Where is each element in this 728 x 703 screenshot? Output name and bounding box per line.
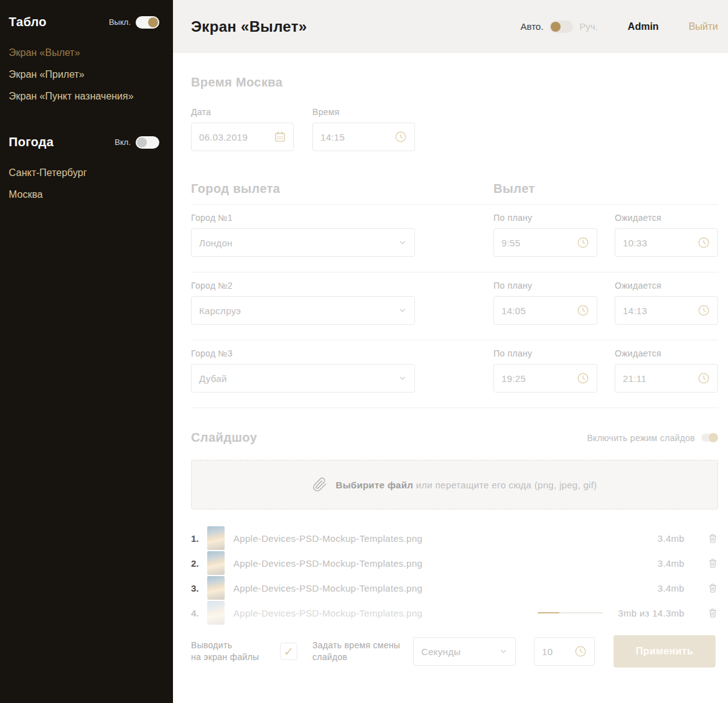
clock-icon[interactable] xyxy=(394,130,408,144)
city-1-select[interactable]: Лондон xyxy=(191,228,415,257)
weather-toggle[interactable] xyxy=(136,136,159,149)
display-files-checkbox[interactable]: ✓ xyxy=(280,643,297,660)
board-toggle-knob xyxy=(148,17,158,27)
apply-button[interactable]: Применить xyxy=(614,635,716,668)
file-name: Apple-Devices-PSD-Mockup-Templates.png xyxy=(233,583,422,594)
time-unit-select[interactable]: Секунды xyxy=(413,637,516,666)
chevron-down-icon xyxy=(499,647,508,656)
sidebar-weather-nav: Санкт-Петербург Москва xyxy=(9,162,159,205)
city-row-3: Город №3 Дубай По плану xyxy=(191,340,718,407)
cities-section: Город вылета Вылет Город №1 Лондон xyxy=(191,182,718,408)
sidebar: Табло Выкл. Экран «Вылет» Экран «Прилет»… xyxy=(0,0,173,703)
sidebar-item-moscow[interactable]: Москва xyxy=(9,184,159,205)
trash-icon[interactable] xyxy=(708,583,718,594)
file-number: 4. xyxy=(191,608,205,618)
expect-2-label: Ожидается xyxy=(615,281,718,291)
content: Время Москва Дата xyxy=(173,53,728,668)
clock-icon[interactable] xyxy=(576,236,590,249)
upload-progress-bar xyxy=(538,612,603,613)
clock-icon[interactable] xyxy=(697,371,711,385)
file-row: 3. Apple-Devices-PSD-Mockup-Templates.pn… xyxy=(191,575,718,600)
sidebar-weather-header: Погода Вкл. xyxy=(9,135,159,149)
slide-time-label: Задать время смены слайдов xyxy=(312,640,406,663)
board-toggle-label: Выкл. xyxy=(109,17,131,27)
paperclip-icon xyxy=(312,477,327,492)
mode-auto-label: Авто. xyxy=(520,21,543,32)
file-thumbnail xyxy=(207,526,225,550)
plan-2-label: По плану xyxy=(493,281,597,291)
slideshow-toggle[interactable] xyxy=(701,434,718,442)
dropzone-text-rest: или перетащите его сюда (png, jpeg, gif) xyxy=(416,480,597,490)
city-1-value: Лондон xyxy=(199,238,233,248)
file-name: Apple-Devices-PSD-Mockup-Templates.png xyxy=(233,608,422,618)
file-row: 2. Apple-Devices-PSD-Mockup-Templates.pn… xyxy=(191,551,718,575)
moscow-time-section: Время Москва Дата xyxy=(191,75,718,151)
mode-manual-label: Руч. xyxy=(579,21,598,32)
time-label: Время xyxy=(312,107,415,117)
city-3-value: Дубай xyxy=(199,373,227,384)
clock-icon[interactable] xyxy=(697,304,711,317)
file-number: 3. xyxy=(191,583,205,594)
sidebar-item-departure-screen[interactable]: Экран «Вылет» xyxy=(9,42,159,63)
file-size: 3mb из 14.3mb xyxy=(618,608,684,618)
file-dropzone[interactable]: Выбирите файл или перетащите его сюда (p… xyxy=(191,460,718,510)
app-root: Табло Выкл. Экран «Вылет» Экран «Прилет»… xyxy=(0,0,728,703)
file-thumbnail xyxy=(207,601,225,625)
file-thumbnail xyxy=(207,576,225,600)
trash-icon[interactable] xyxy=(708,608,718,618)
file-size: 3.4mb xyxy=(658,583,684,594)
city-2-select[interactable]: Карслруэ xyxy=(191,296,415,325)
trash-icon[interactable] xyxy=(708,558,718,569)
clock-icon[interactable] xyxy=(697,236,711,249)
file-number: 2. xyxy=(191,558,205,569)
city-3-select[interactable]: Дубай xyxy=(191,364,415,393)
file-row: 1. Apple-Devices-PSD-Mockup-Templates.pn… xyxy=(191,526,718,551)
mode-toggle-knob xyxy=(551,22,561,32)
board-toggle[interactable] xyxy=(136,16,159,29)
city-3-label: Город №3 xyxy=(191,348,415,358)
slideshow-heading: Слайдшоу xyxy=(191,431,257,445)
file-name: Apple-Devices-PSD-Mockup-Templates.png xyxy=(233,533,422,544)
clock-icon[interactable] xyxy=(576,371,590,385)
topbar: Экран «Вылет» Авто. Руч. Admin Выйти xyxy=(173,0,728,53)
weather-toggle-label: Вкл. xyxy=(114,137,131,147)
mode-toggle[interactable] xyxy=(549,21,573,33)
moscow-time-heading: Время Москва xyxy=(191,75,718,90)
chevron-down-icon xyxy=(398,306,407,315)
chevron-down-icon xyxy=(398,238,407,247)
plan-1-label: По плану xyxy=(493,213,597,223)
file-list: 1. Apple-Devices-PSD-Mockup-Templates.pn… xyxy=(191,526,718,625)
sidebar-item-saint-petersburg[interactable]: Санкт-Петербург xyxy=(9,162,159,184)
slideshow-controls: Выводить на экран файлы ✓ Задать время с… xyxy=(191,635,718,668)
time-unit-value: Секунды xyxy=(421,646,460,657)
plan-3-label: По плану xyxy=(493,348,597,358)
logout-link[interactable]: Выйти xyxy=(689,21,718,32)
expect-1-label: Ожидается xyxy=(615,213,718,223)
date-label: Дата xyxy=(191,107,294,117)
main-area: Экран «Вылет» Авто. Руч. Admin Выйти Вре… xyxy=(173,0,728,703)
sidebar-item-destination-screen[interactable]: Экран «Пункт назначения» xyxy=(9,85,159,107)
slideshow-section: Слайдшоу Включить режим слайдов Выбирите… xyxy=(191,431,718,668)
sidebar-weather-title: Погода xyxy=(9,135,54,149)
city-row-2: Город №2 Карслруэ По плану xyxy=(191,272,718,340)
upload-progress-fill xyxy=(538,612,559,613)
sidebar-item-arrival-screen[interactable]: Экран «Прилет» xyxy=(9,63,159,85)
departure-city-heading: Город вылета xyxy=(191,182,493,196)
departure-heading: Вылет xyxy=(493,182,535,196)
display-files-label: Выводить на экран файлы xyxy=(191,640,275,663)
city-row-1: Город №1 Лондон По плану xyxy=(191,205,718,272)
expect-3-label: Ожидается xyxy=(615,348,718,358)
calendar-icon[interactable] xyxy=(274,131,286,143)
divider xyxy=(191,407,718,408)
file-size: 3.4mb xyxy=(658,533,684,544)
trash-icon[interactable] xyxy=(708,533,718,544)
file-name: Apple-Devices-PSD-Mockup-Templates.png xyxy=(233,558,422,569)
weather-toggle-knob xyxy=(137,137,147,147)
clock-icon[interactable] xyxy=(576,304,590,317)
file-number: 1. xyxy=(191,533,205,544)
check-icon: ✓ xyxy=(284,645,294,659)
sidebar-board-header: Табло Выкл. xyxy=(9,15,159,29)
clock-icon[interactable] xyxy=(574,645,587,658)
dropzone-text-bold: Выбирите файл xyxy=(336,480,414,490)
user-name: Admin xyxy=(628,21,659,32)
